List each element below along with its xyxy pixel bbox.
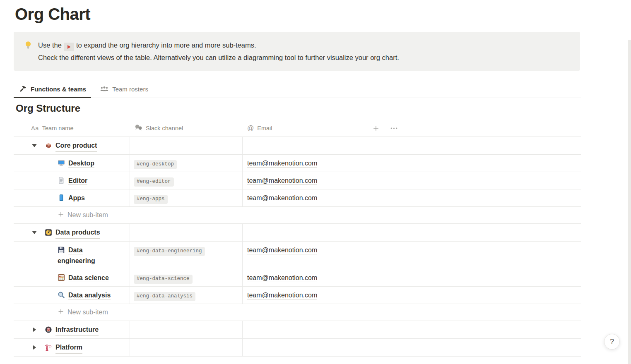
lightbulb-icon [24,41,33,50]
slack-channel-cell[interactable]: #eng-data-science [130,269,242,286]
slack-channel-cell[interactable]: #eng-apps [130,189,242,206]
empty-cell[interactable] [367,137,581,154]
slack-channel-cell[interactable]: #eng-data-analysis [130,287,242,304]
empty-cell[interactable] [367,189,581,206]
team-name-link[interactable]: Data science [68,274,109,282]
column-header-slack-channel[interactable]: Slack channel [130,124,242,132]
team-name-link[interactable]: Data analysis [68,292,111,299]
team-name-link[interactable]: Infrastructure [55,324,99,336]
email-cell[interactable] [242,137,367,154]
tab-functions-and-teams[interactable]: Functions & teams [14,80,91,98]
brick-icon [45,142,52,149]
slack-channel-chip[interactable]: #eng-desktop [134,160,177,169]
tab-label: Team rosters [112,86,148,93]
table-row: Editor#eng-editorteam@makenotion.com [14,172,581,189]
slack-channel-chip[interactable]: #eng-editor [134,177,174,187]
text-type-icon: Aa [31,125,39,132]
floppy-disk-icon [58,246,65,254]
at-icon: @ [247,125,254,132]
empty-cell[interactable] [367,321,581,338]
slack-channel-cell[interactable] [130,339,242,356]
slack-channel-cell[interactable]: #eng-data-engineering [130,242,242,269]
empty-cell[interactable] [367,269,581,286]
empty-cell[interactable] [367,224,581,241]
team-name-link[interactable]: Apps [68,194,85,202]
team-name-cell[interactable]: Data engineering [14,242,130,269]
callout-line1-suffix: to expand the org hierarchy into more an… [76,41,256,49]
table-row: Data products [14,224,581,242]
abacus-icon [58,274,65,281]
email-link[interactable]: team@makenotion.com [247,177,317,185]
metro-icon [45,326,52,333]
slack-channel-cell[interactable]: #eng-editor [130,172,242,189]
email-cell[interactable] [242,224,367,241]
table-header: Aa Team name Slack channel @ Email [14,120,581,137]
table-body: Core productDesktop#eng-desktopteam@make… [14,137,581,357]
slack-channel-chip[interactable]: #eng-apps [134,195,168,204]
new-sub-item-button[interactable]: New sub-item [14,304,581,321]
team-name-link[interactable]: Desktop [68,160,94,168]
people-group-icon [100,86,108,92]
email-link[interactable]: team@makenotion.com [247,274,317,282]
table-row: Infrastructure [14,321,581,339]
email-cell[interactable] [242,321,367,338]
table-title: Org Structure [16,103,80,114]
email-cell[interactable]: team@makenotion.com [242,172,367,189]
team-name-cell[interactable]: Editor [14,172,130,189]
empty-cell[interactable] [367,242,581,269]
crane-icon [45,344,52,351]
scrollbar[interactable] [628,40,631,364]
team-name-link[interactable]: Data products [55,227,100,239]
table-row: Core product [14,137,581,155]
team-name-cell[interactable]: Data science [14,269,130,286]
column-header-team-name[interactable]: Aa Team name [14,125,130,132]
email-cell[interactable] [242,339,367,356]
team-name-cell[interactable]: Desktop [14,155,130,172]
email-cell[interactable]: team@makenotion.com [242,242,367,269]
empty-cell[interactable] [367,339,581,356]
column-header-email[interactable]: @ Email [242,125,367,132]
empty-cell[interactable] [367,172,581,189]
callout-line2: Check the different views of the table. … [38,54,399,61]
table-options-button[interactable] [389,124,398,133]
slack-channel-cell[interactable] [130,321,242,338]
empty-cell[interactable] [367,287,581,304]
add-property-button[interactable] [371,124,381,133]
slack-channel-chip[interactable]: #eng-data-engineering [134,247,205,256]
slack-channel-cell[interactable] [130,224,242,241]
email-link[interactable]: team@makenotion.com [247,194,317,202]
slack-channel-chip[interactable]: #eng-data-science [134,275,193,284]
email-link[interactable]: team@makenotion.com [247,160,317,168]
document-icon [58,177,65,184]
slack-channel-cell[interactable]: #eng-desktop [130,155,242,172]
empty-cell[interactable] [367,155,581,172]
toggle-expand-icon[interactable] [29,342,39,352]
email-cell[interactable]: team@makenotion.com [242,155,367,172]
team-name-cell[interactable]: Infrastructure [14,321,130,338]
team-name-cell[interactable]: Apps [14,189,130,206]
new-sub-item-button[interactable]: New sub-item [14,207,581,223]
team-name-cell[interactable]: Core product [14,137,130,154]
email-cell[interactable]: team@makenotion.com [242,287,367,304]
team-name-cell[interactable]: Platform [14,339,130,356]
table-row: Desktop#eng-desktopteam@makenotion.com [14,155,581,172]
help-button[interactable]: ? [604,334,620,350]
email-cell[interactable]: team@makenotion.com [242,269,367,286]
toggle-expand-icon[interactable] [29,325,39,335]
new-sub-item-label: New sub-item [67,211,108,219]
slack-channel-chip[interactable]: #eng-data-analysis [134,292,195,301]
email-link[interactable]: team@makenotion.com [247,292,317,299]
table-row: Platform [14,339,581,357]
toggle-collapse-icon[interactable] [29,228,39,237]
toggle-collapse-icon[interactable] [29,141,39,151]
play-triangle-icon [64,43,74,51]
team-name-cell[interactable]: Data analysis [14,287,130,304]
tab-team-rosters[interactable]: Team rosters [95,80,153,98]
team-name-link[interactable]: Platform [55,342,82,354]
email-cell[interactable]: team@makenotion.com [242,189,367,206]
slack-channel-cell[interactable] [130,137,242,154]
email-link[interactable]: team@makenotion.com [247,247,317,254]
team-name-link[interactable]: Core product [55,140,97,152]
team-name-cell[interactable]: Data products [14,224,130,241]
team-name-link[interactable]: Editor [68,177,87,185]
